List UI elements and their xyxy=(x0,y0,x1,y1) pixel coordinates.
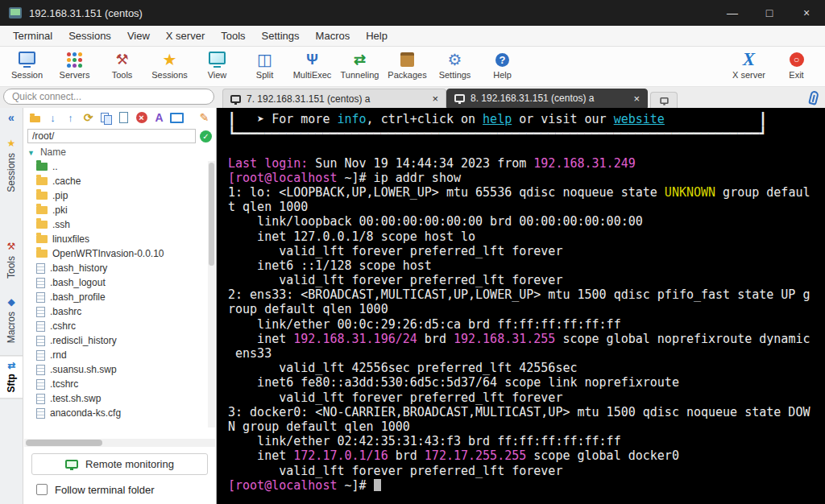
terminal-line xyxy=(228,141,825,155)
toolbar-exit-button[interactable]: Exit xyxy=(773,49,820,80)
toolbar-xserver-button[interactable]: X server xyxy=(725,49,773,80)
paperclip-icon[interactable] xyxy=(808,90,819,105)
folder-icon xyxy=(36,235,48,243)
window-controls: — □ × xyxy=(714,0,825,26)
file-row[interactable]: .. xyxy=(36,159,209,174)
new-tab-button[interactable] xyxy=(650,92,678,108)
file-row[interactable]: .rediscli_history xyxy=(36,333,209,348)
scrollbar-thumb[interactable] xyxy=(209,163,214,266)
file-row[interactable]: .tcshrc xyxy=(36,377,209,391)
terminal-line: inet6 ::1/128 scope host xyxy=(228,258,825,273)
hscrollbar-thumb[interactable] xyxy=(26,440,102,446)
new-tab-icon xyxy=(660,97,668,104)
side-tab-sessions[interactable]: Sessions xyxy=(0,132,23,198)
file-row[interactable]: .suansu.sh.swp xyxy=(36,362,209,377)
terminal-line: valid_lft forever preferred_lft forever xyxy=(228,244,825,258)
encoding-icon[interactable] xyxy=(152,111,166,125)
file-list-hscrollbar[interactable] xyxy=(24,439,215,447)
terminal[interactable]: ┃ ➤ For more info, ctrl+click on help or… xyxy=(217,108,825,504)
remote-monitoring-button[interactable]: Remote monitoring xyxy=(31,453,208,475)
side-tab-strip: « SessionsToolsMacrosSftp xyxy=(0,108,23,504)
refresh-icon[interactable] xyxy=(81,111,95,125)
tab-close-icon[interactable]: × xyxy=(622,93,640,105)
terminal-text: ~]# ip addr show xyxy=(337,171,461,185)
sftp-path-input[interactable] xyxy=(27,129,196,143)
terminal-line: link/loopback 00:00:00:00:00:00 brd 00:0… xyxy=(228,214,825,229)
download-icon[interactable] xyxy=(46,111,60,125)
file-row[interactable]: .bashrc xyxy=(36,304,209,319)
terminal-text: 3: docker0: <NO-CARRIER,BROADCAST,MULTIC… xyxy=(228,405,810,419)
terminal-text: inet xyxy=(228,332,293,346)
toolbar-label: X server xyxy=(732,70,765,80)
maximize-button[interactable]: □ xyxy=(751,0,788,26)
tab-label: 7. 192.168.31.151 (centos) a xyxy=(247,93,370,105)
toolbar-packages-button[interactable]: Packages xyxy=(383,49,431,80)
file-list-scrollbar[interactable] xyxy=(208,161,215,428)
star-icon xyxy=(160,49,180,70)
file-row[interactable]: .cache xyxy=(36,174,209,188)
terminal-text: roup default qlen 1000 xyxy=(228,302,388,316)
side-tab-sftp[interactable]: Sftp xyxy=(0,355,23,399)
copy-icon[interactable] xyxy=(99,111,113,125)
star-icon xyxy=(6,138,16,149)
session-tab-1[interactable]: 7. 192.168.31.151 (centos) a× xyxy=(222,89,446,108)
toolbar-star-button[interactable]: Sessions xyxy=(146,49,193,80)
column-name-header[interactable]: Name xyxy=(40,147,66,158)
menu-item-view[interactable]: View xyxy=(119,26,158,46)
terminal-link[interactable]: help xyxy=(483,112,512,126)
toolbar-tunneling-button[interactable]: Tunneling xyxy=(336,49,383,80)
follow-terminal-checkbox[interactable] xyxy=(36,484,48,495)
toolbar-view-button[interactable]: View xyxy=(193,49,241,80)
collapse-sidebar-button[interactable]: « xyxy=(8,111,15,126)
toolbar-help-button[interactable]: Help xyxy=(479,49,526,80)
menu-item-tools[interactable]: Tools xyxy=(213,26,253,46)
toolbar-label: Servers xyxy=(60,70,90,80)
parent-folder-icon[interactable] xyxy=(28,111,42,125)
side-tab-macros[interactable]: Macros xyxy=(0,291,23,349)
file-row[interactable]: OpenWRTInvasion-0.0.10 xyxy=(36,246,209,261)
side-tab-tools[interactable]: Tools xyxy=(0,235,23,284)
close-button[interactable]: × xyxy=(788,0,825,26)
terminal-text: 192.168.31.255 xyxy=(454,332,555,346)
view-icon xyxy=(208,49,227,70)
file-row[interactable]: .rnd xyxy=(36,348,209,362)
new-file-icon[interactable] xyxy=(117,111,131,125)
file-row[interactable]: anaconda-ks.cfg xyxy=(36,406,209,420)
menu-item-macros[interactable]: Macros xyxy=(308,26,359,46)
file-row[interactable]: .test.sh.swp xyxy=(36,391,209,406)
minimize-button[interactable]: — xyxy=(714,0,751,26)
file-row[interactable]: .bash_logout xyxy=(36,275,209,290)
file-row[interactable]: .pip xyxy=(36,188,209,203)
toolbar-session-button[interactable]: Session xyxy=(3,49,51,80)
tree-collapse-icon[interactable] xyxy=(27,147,35,158)
session-tab-2[interactable]: 8. 192.168.31.151 (centos) a× xyxy=(446,89,648,108)
menu-item-sessions[interactable]: Sessions xyxy=(60,26,119,46)
toolbar-tools-button[interactable]: Tools xyxy=(98,49,146,80)
toolbar-multiexec-button[interactable]: MultiExec xyxy=(288,49,336,80)
titlebar: 192.168.31.151 (centos) — □ × xyxy=(0,0,825,26)
stop-icon[interactable] xyxy=(135,111,148,125)
file-name: .pip xyxy=(52,190,68,201)
toolbar-split-button[interactable]: Split xyxy=(241,49,288,80)
file-icon xyxy=(36,394,45,404)
tab-close-icon[interactable]: × xyxy=(421,93,438,105)
file-row[interactable]: .cshrc xyxy=(36,319,209,333)
menu-item-settings[interactable]: Settings xyxy=(254,26,308,46)
main-toolbar: SessionServersToolsSessionsViewSplitMult… xyxy=(0,47,825,87)
toolbar-servers-button[interactable]: Servers xyxy=(51,49,98,80)
terminal-sync-icon[interactable] xyxy=(170,111,184,125)
file-row[interactable]: .bash_profile xyxy=(36,290,209,304)
file-row[interactable]: .bash_history xyxy=(36,261,209,275)
menu-item-help[interactable]: Help xyxy=(358,26,396,46)
quick-connect-input[interactable] xyxy=(3,89,214,105)
edit-icon[interactable] xyxy=(197,111,211,125)
file-row[interactable]: .ssh xyxy=(36,217,209,232)
file-row[interactable]: linuxfiles xyxy=(36,232,209,246)
upload-icon[interactable] xyxy=(64,111,77,125)
menu-item-terminal[interactable]: Terminal xyxy=(5,26,60,46)
menu-item-x-server[interactable]: X server xyxy=(158,26,213,46)
file-row[interactable]: .pki xyxy=(36,203,209,217)
toolbar-settings-button[interactable]: Settings xyxy=(431,49,479,80)
terminal-line: t qlen 1000 xyxy=(228,200,825,214)
terminal-link[interactable]: website xyxy=(614,112,665,126)
